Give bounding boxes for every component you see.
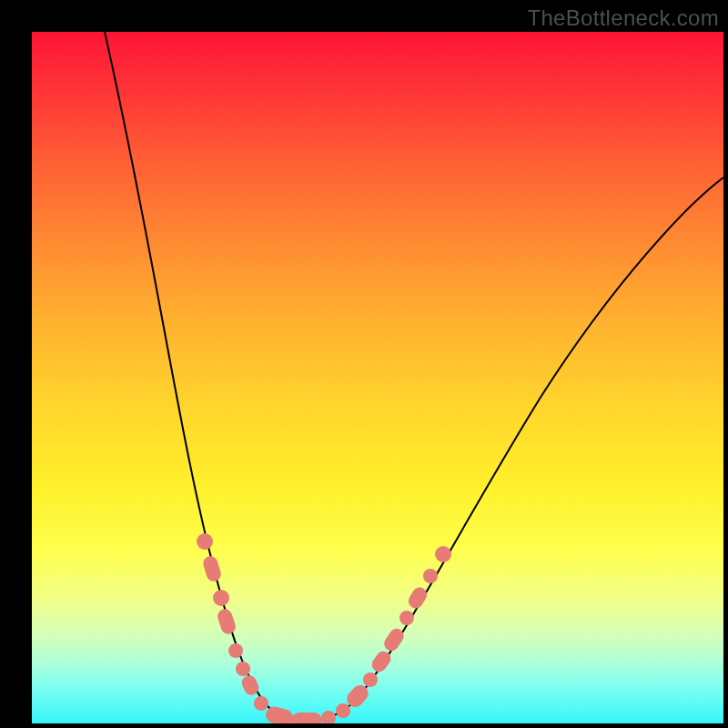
data-marker	[254, 696, 268, 711]
data-marker	[399, 611, 414, 625]
bottleneck-curve	[105, 32, 723, 722]
data-marker	[197, 533, 213, 550]
chart-svg	[32, 32, 723, 723]
chart-frame: TheBottleneck.com	[0, 0, 728, 728]
data-marker	[228, 643, 243, 658]
data-marker	[336, 703, 350, 718]
data-marker	[201, 554, 222, 582]
data-marker	[435, 546, 451, 562]
curve-group	[105, 32, 723, 722]
data-marker	[236, 662, 250, 676]
data-marker	[363, 672, 378, 687]
data-marker	[291, 713, 322, 723]
data-marker	[423, 569, 438, 583]
data-marker	[216, 607, 238, 636]
data-marker	[321, 711, 336, 723]
marker-group	[197, 533, 451, 723]
watermark-text: TheBottleneck.com	[527, 5, 719, 31]
data-marker	[213, 590, 229, 606]
data-marker	[406, 585, 430, 612]
plot-area	[32, 32, 723, 723]
